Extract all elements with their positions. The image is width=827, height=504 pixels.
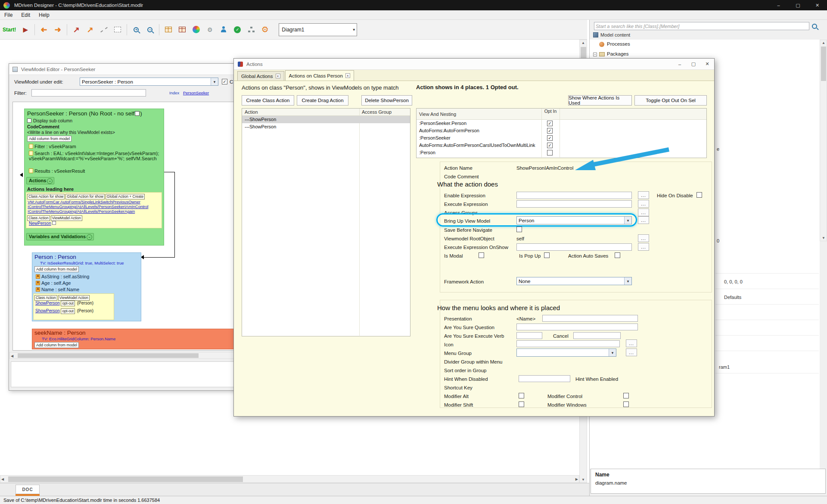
opt-in-checkbox[interactable] (547, 135, 553, 141)
column-header-access-group[interactable]: Access Group (362, 109, 392, 115)
index-link[interactable]: PersonSeeker (183, 90, 209, 95)
scroll-left-icon[interactable]: ◀ (1, 477, 4, 481)
hierarchy-icon[interactable] (245, 23, 257, 36)
forward-arrow-icon[interactable]: ➜ (52, 23, 64, 36)
canvas-hscrollbar[interactable]: ◀ ▶ (0, 475, 579, 483)
filter-column-row[interactable]: Filter : vSeekParam (29, 144, 76, 149)
close-button[interactable]: ✕ (808, 0, 827, 10)
save-before-navigate-checkbox[interactable] (516, 227, 522, 232)
tab-close-icon[interactable]: x (345, 73, 350, 78)
tree-vscroll-thumb[interactable] (821, 47, 826, 81)
modifier-shift-checkbox[interactable] (519, 401, 524, 407)
dashed-line-icon[interactable] (98, 23, 110, 36)
showperson-action-link[interactable]: ShowPerson (35, 301, 60, 305)
dialog-minimize-button[interactable]: – (673, 59, 687, 70)
opt-out-chip[interactable]: opt-out (61, 308, 75, 314)
maximize-button[interactable]: ▢ (788, 0, 808, 10)
person-panel[interactable]: Person : Person TV: IsSeekerResultGrid: … (32, 252, 141, 321)
scroll-right-icon[interactable]: ▶ (575, 477, 578, 481)
column-header-opt-in[interactable]: Opt In (542, 109, 559, 114)
frame-select-icon[interactable] (112, 23, 124, 36)
execute-expression-ellipsis-button[interactable]: ... (638, 200, 649, 208)
viewmodel-checkbox[interactable] (222, 79, 227, 84)
diagram-selector[interactable]: Diagram1 (279, 23, 357, 36)
action-list-row[interactable]: ---ShowPerson (242, 123, 410, 131)
menu-help[interactable]: Help (34, 12, 54, 18)
filter-input[interactable] (31, 89, 146, 96)
modifier-alt-checkbox[interactable] (519, 393, 524, 398)
hint-when-disabled-input[interactable] (519, 375, 570, 382)
zoom-in-icon[interactable]: + (130, 23, 142, 36)
hscroll-thumb[interactable] (8, 476, 243, 482)
action-link[interactable]: IControlTheMenuGrouping/AtAllLevels/Pers… (28, 209, 135, 214)
opt-out-chip[interactable]: opt-out (61, 301, 75, 306)
class-grid-icon[interactable] (176, 23, 188, 36)
dialog-maximize-button[interactable]: ▢ (687, 59, 700, 70)
modifier-windows-checkbox[interactable] (623, 401, 629, 407)
scroll-down-icon[interactable]: ▼ (581, 478, 585, 482)
view-nesting-row[interactable]: :Person (417, 149, 706, 156)
menu-file[interactable]: File (0, 12, 17, 18)
menu-group-select[interactable] (516, 348, 616, 357)
person-column-row[interactable]: Age : self.Age (36, 280, 71, 286)
cancel-verb-input[interactable] (573, 332, 621, 339)
run-icon[interactable]: ▶ (19, 23, 31, 36)
is-modal-checkbox[interactable] (479, 252, 484, 258)
are-you-sure-question-input[interactable] (516, 324, 638, 330)
view-nesting-row[interactable]: :PersonSeeker.Person (417, 120, 706, 127)
add-column-button[interactable]: Add column from model (34, 342, 79, 348)
scroll-up-icon[interactable]: ▲ (581, 41, 585, 45)
display-sub-column-checkbox[interactable] (27, 118, 31, 123)
scroll-left-icon[interactable]: ◀ (11, 354, 13, 358)
model-search-input[interactable] (594, 22, 809, 30)
is-pop-up-checkbox[interactable] (544, 252, 550, 258)
minimize-button[interactable]: – (769, 0, 788, 10)
color-wheel-icon[interactable] (190, 23, 202, 36)
opt-in-checkbox[interactable] (547, 150, 553, 156)
person-column-row[interactable]: Name : self.Name (36, 287, 79, 292)
viewmodel-rootobject-value[interactable]: self (516, 236, 524, 241)
search-column-row[interactable]: Search : EAL: vSeekIntValue:=Integer.Par… (29, 151, 160, 161)
hide-on-disable-checkbox[interactable] (696, 192, 702, 198)
action-link[interactable]: VM:AutoFormCar AutoForms/SingleLinkSwitc… (28, 199, 140, 204)
person-column-row[interactable]: AsString : self.asString (36, 274, 89, 279)
bring-up-view-model-select[interactable]: Person (516, 216, 632, 224)
menu-edit[interactable]: Edit (17, 12, 34, 18)
framework-action-select[interactable]: None (516, 277, 632, 285)
action-option-box[interactable] (52, 221, 56, 225)
opt-in-checkbox[interactable] (547, 143, 553, 148)
rootobject-ellipsis-button[interactable]: ... (638, 234, 649, 242)
generalization-arrow-icon[interactable]: ↗ (84, 23, 96, 36)
zoom-out-icon[interactable]: − (144, 23, 156, 36)
menu-group-ellipsis-button[interactable]: ... (626, 348, 637, 356)
create-drag-action-button[interactable]: Create Drag Action (297, 95, 348, 106)
action-auto-saves-checkbox[interactable] (615, 252, 620, 258)
action-link[interactable]: IControlTheMenuGrouping/AtAllLevels/Pers… (28, 204, 148, 209)
delete-showperson-button[interactable]: Delete ShowPerson (361, 95, 412, 106)
toggle-opt-out-button[interactable]: Toggle Opt Out On Sel (634, 95, 707, 106)
opt-in-checkbox[interactable] (547, 128, 553, 134)
opt-in-checkbox[interactable] (547, 121, 553, 126)
scroll-up-icon[interactable]: ▲ (822, 41, 825, 45)
newperson-action-link[interactable]: NewPerson (29, 221, 51, 226)
actions-dialog-titlebar[interactable]: Actions – ▢ ✕ (234, 59, 714, 70)
enable-expression-ellipsis-button[interactable]: ... (638, 191, 649, 199)
tab-actions-on-class-person[interactable]: Actions on Class Personx (285, 70, 354, 81)
presentation-value[interactable]: <Name> (516, 316, 535, 321)
results-column-row[interactable]: Results : vSeekerResult (29, 168, 85, 174)
view-nesting-row[interactable]: :PersonSeeker (417, 134, 706, 142)
modifier-control-checkbox[interactable] (623, 393, 629, 398)
back-arrow-icon[interactable]: ➜ (38, 23, 50, 36)
action-list-row-selected[interactable]: ---ShowPerson (242, 116, 410, 123)
add-column-button[interactable]: Add column from model (27, 136, 72, 142)
validate-check-icon[interactable]: ✓ (231, 23, 243, 36)
presentation-input[interactable] (542, 315, 638, 322)
execute-onshow-input[interactable] (516, 243, 632, 251)
column-header-view-and-nesting[interactable]: View And Nesting (419, 112, 456, 117)
gear-small-icon[interactable]: ⚙ (204, 23, 216, 36)
icon-input[interactable] (516, 340, 620, 347)
column-header-action[interactable]: Action (245, 109, 258, 115)
execute-expression-input[interactable] (516, 200, 632, 208)
view-nesting-row[interactable]: AutoForms:AutoFormPersonCarsIUsedToOwnMu… (417, 142, 706, 149)
actions-section-header[interactable]: Actions (26, 177, 54, 184)
